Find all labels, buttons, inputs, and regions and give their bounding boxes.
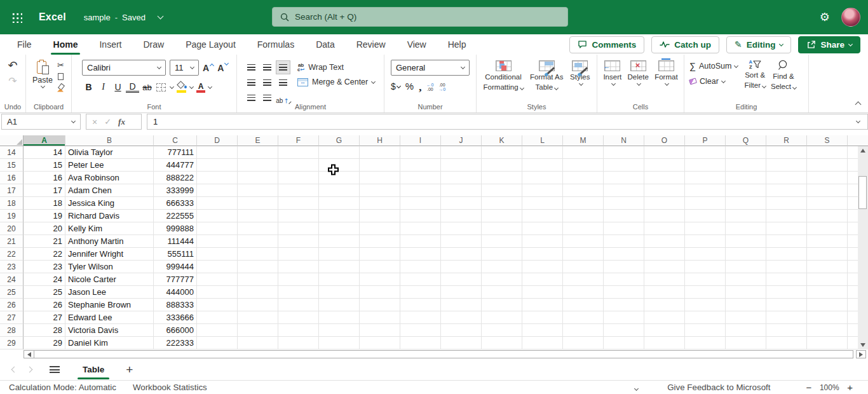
tab-data[interactable]: Data <box>305 34 346 55</box>
currency-button[interactable]: $ <box>391 81 400 92</box>
cell-Q14[interactable] <box>726 146 766 159</box>
calculation-mode[interactable]: Calculation Mode: Automatic <box>9 383 116 392</box>
cell-S17[interactable] <box>807 184 848 197</box>
cell-D17[interactable] <box>197 184 238 197</box>
cell-I15[interactable] <box>400 159 441 172</box>
cell-N28[interactable] <box>604 324 644 337</box>
cell-D27[interactable] <box>197 311 238 324</box>
tab-formulas[interactable]: Formulas <box>247 34 305 55</box>
column-header-K[interactable]: K <box>482 135 522 146</box>
cell-C26[interactable]: 888333 <box>154 299 197 311</box>
cell-I23[interactable] <box>400 261 441 273</box>
column-header-M[interactable]: M <box>563 135 604 146</box>
cell-J27[interactable] <box>441 311 482 324</box>
cell-P20[interactable] <box>685 222 726 235</box>
cell-D14[interactable] <box>197 146 238 159</box>
cell-D23[interactable] <box>197 261 238 273</box>
tab-page-layout[interactable]: Page Layout <box>175 34 247 55</box>
cell-K24[interactable] <box>482 273 522 286</box>
cell-S27[interactable] <box>807 311 848 324</box>
cell-H17[interactable] <box>360 184 400 197</box>
cell-Q26[interactable] <box>726 299 766 311</box>
cell-R14[interactable] <box>766 146 807 159</box>
cell-P14[interactable] <box>685 146 726 159</box>
cell-S18[interactable] <box>807 197 848 210</box>
format-painter-button[interactable] <box>57 83 65 92</box>
cell-S22[interactable] <box>807 248 848 261</box>
redo-button[interactable]: ↷ <box>8 76 17 86</box>
tab-insert[interactable]: Insert <box>88 34 132 55</box>
cell-Q16[interactable] <box>726 172 766 184</box>
paste-button[interactable]: Paste <box>32 60 53 92</box>
cell-P15[interactable] <box>685 159 726 172</box>
cell-M25[interactable] <box>563 286 604 299</box>
column-header-P[interactable]: P <box>685 135 726 146</box>
cell-N14[interactable] <box>604 146 644 159</box>
formula-input[interactable]: 1 <box>147 114 868 130</box>
cell-O18[interactable] <box>644 197 685 210</box>
row-header-26[interactable]: 26 <box>0 299 24 311</box>
row-header-24[interactable]: 24 <box>0 273 24 286</box>
row-header-22[interactable]: 22 <box>0 248 24 261</box>
font-family-select[interactable]: Calibri <box>82 60 166 76</box>
cell-M23[interactable] <box>563 261 604 273</box>
column-header-A[interactable]: A <box>24 135 65 146</box>
cell-F25[interactable] <box>278 286 319 299</box>
cell-D28[interactable] <box>197 324 238 337</box>
cell-H21[interactable] <box>360 235 400 248</box>
cell-O22[interactable] <box>644 248 685 261</box>
cell-H15[interactable] <box>360 159 400 172</box>
select-all-corner[interactable] <box>0 135 24 146</box>
cell-B20[interactable]: Kelly Kim <box>65 222 154 235</box>
cell-H14[interactable] <box>360 146 400 159</box>
cell-J19[interactable] <box>441 210 482 222</box>
cell-N20[interactable] <box>604 222 644 235</box>
add-sheet-button[interactable]: + <box>126 363 133 376</box>
cell-H23[interactable] <box>360 261 400 273</box>
cell-I20[interactable] <box>400 222 441 235</box>
cell-R25[interactable] <box>766 286 807 299</box>
cell-K22[interactable] <box>482 248 522 261</box>
cell-E14[interactable] <box>238 146 278 159</box>
cell-C15[interactable]: 444777 <box>154 159 197 172</box>
row-header-17[interactable]: 17 <box>0 184 24 197</box>
cell-L22[interactable] <box>522 248 563 261</box>
copy-button[interactable] <box>57 72 65 81</box>
cell-D29[interactable] <box>197 337 238 350</box>
row-header-18[interactable]: 18 <box>0 197 24 210</box>
cell-O15[interactable] <box>644 159 685 172</box>
font-color-button[interactable]: A <box>196 82 205 93</box>
column-header-J[interactable]: J <box>441 135 482 146</box>
cell-P29[interactable] <box>685 337 726 350</box>
cell-L24[interactable] <box>522 273 563 286</box>
cell-G21[interactable] <box>319 235 360 248</box>
row-header-19[interactable]: 19 <box>0 210 24 222</box>
cell-K16[interactable] <box>482 172 522 184</box>
cell-P22[interactable] <box>685 248 726 261</box>
cell-A21[interactable]: 21 <box>24 235 65 248</box>
cell-I22[interactable] <box>400 248 441 261</box>
cell-R20[interactable] <box>766 222 807 235</box>
cell-J24[interactable] <box>441 273 482 286</box>
cell-D24[interactable] <box>197 273 238 286</box>
cell-O19[interactable] <box>644 210 685 222</box>
cell-F28[interactable] <box>278 324 319 337</box>
cell-O17[interactable] <box>644 184 685 197</box>
cell-M22[interactable] <box>563 248 604 261</box>
cell-J23[interactable] <box>441 261 482 273</box>
cell-B14[interactable]: Olivia Taylor <box>65 146 154 159</box>
cell-M15[interactable] <box>563 159 604 172</box>
italic-button[interactable]: I <box>97 81 110 93</box>
cell-O29[interactable] <box>644 337 685 350</box>
tab-file[interactable]: File <box>6 34 43 55</box>
cell-M29[interactable] <box>563 337 604 350</box>
grow-font-button[interactable]: A <box>203 63 214 73</box>
cell-Q23[interactable] <box>726 261 766 273</box>
cell-S28[interactable] <box>807 324 848 337</box>
shrink-font-button[interactable]: A <box>217 63 228 73</box>
cell-C20[interactable]: 999888 <box>154 222 197 235</box>
cell-E15[interactable] <box>238 159 278 172</box>
cell-B22[interactable]: Jennifer Wright <box>65 248 154 261</box>
cell-B16[interactable]: Ava Robinson <box>65 172 154 184</box>
cell-M21[interactable] <box>563 235 604 248</box>
